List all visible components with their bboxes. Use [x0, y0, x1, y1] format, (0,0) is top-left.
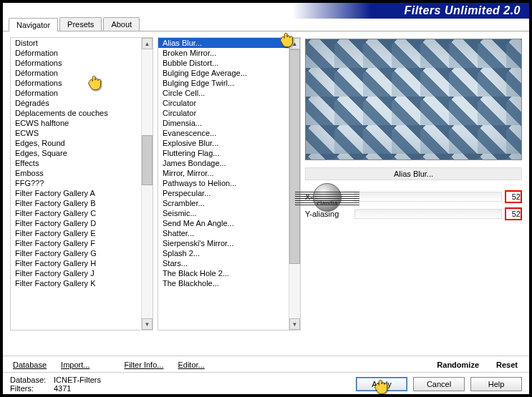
filters-count-label: Filters:	[10, 384, 49, 393]
list-item[interactable]: Filter Factory Gallery B	[11, 198, 141, 208]
list-item[interactable]: Filter Factory Gallery G	[11, 248, 141, 258]
list-item[interactable]: Filter Factory Gallery E	[11, 228, 141, 238]
list-item[interactable]: The Black Hole 2...	[158, 268, 289, 278]
title-bar: Filters Unlimited 2.0	[3, 3, 529, 19]
list-item[interactable]: Send Me An Angle...	[158, 218, 289, 228]
tab-navigator[interactable]: Navigator	[9, 18, 58, 31]
list-item[interactable]: Filter Factory Gallery J	[11, 268, 141, 278]
list-item[interactable]: James Bondage...	[158, 158, 289, 168]
editor-link[interactable]: Editor...	[175, 359, 207, 371]
list-item[interactable]: Circulator	[158, 108, 289, 118]
list-item[interactable]: Bulging Edge Twirl...	[158, 78, 289, 88]
x-aliasing-slider[interactable]	[354, 192, 502, 202]
list-item[interactable]: Filter Factory Gallery C	[11, 208, 141, 218]
list-item[interactable]: Dimensia...	[158, 118, 289, 128]
filter-list[interactable]: Alias Blur...Broken Mirror...Bubble Dist…	[158, 37, 301, 330]
parameter-sliders: X-aliasing 52 Y-aliasing 52	[305, 190, 522, 220]
filters-count-value: 4371	[54, 384, 71, 393]
list-item[interactable]: Distort	[11, 38, 141, 48]
y-aliasing-slider[interactable]	[354, 209, 502, 219]
filter-info-link[interactable]: Filter Info...	[121, 359, 166, 371]
list-item[interactable]: Seismic...	[158, 208, 289, 218]
list-item[interactable]: Broken Mirror...	[158, 48, 289, 58]
list-item[interactable]: Alias Blur...	[158, 38, 289, 48]
list-item[interactable]: Effects	[11, 158, 141, 168]
list-item[interactable]: Filter Factory Gallery D	[11, 218, 141, 228]
list-item[interactable]: Pathways to Helion...	[158, 178, 289, 188]
list-item[interactable]: Filter Factory Gallery H	[11, 258, 141, 268]
effect-preview	[305, 39, 522, 160]
list-item[interactable]: Filter Factory Gallery A	[11, 188, 141, 198]
list-item[interactable]: ECWS	[11, 128, 141, 138]
current-filter-name: Alias Blur...	[305, 167, 522, 180]
list-item[interactable]: Shatter...	[158, 228, 289, 238]
x-aliasing-row: X-aliasing 52	[305, 190, 522, 203]
scroll-down-icon[interactable]: ▼	[289, 318, 300, 330]
app-window: Filters Unlimited 2.0 Navigator Presets …	[3, 3, 529, 394]
scroll-up-icon[interactable]: ▲	[142, 38, 153, 49]
list-item[interactable]: Explosive Blur...	[158, 138, 289, 148]
list-item[interactable]: Scrambler...	[158, 198, 289, 208]
list-item[interactable]: Edges, Square	[11, 148, 141, 158]
list-item[interactable]: Déformation	[11, 48, 141, 58]
list-item[interactable]: The Blackhole...	[158, 278, 289, 288]
y-aliasing-label: Y-aliasing	[305, 210, 352, 218]
list-item[interactable]: Circle Cell...	[158, 88, 289, 98]
filter-scrollbar[interactable]: ▲ ▼	[289, 38, 300, 330]
scroll-down-icon[interactable]: ▼	[142, 318, 153, 330]
list-item[interactable]: Edges, Round	[11, 138, 141, 148]
import-link[interactable]: Import...	[58, 359, 92, 371]
category-list[interactable]: DistortDéformationDéformationsDéformatio…	[10, 37, 153, 330]
list-item[interactable]: FFG???	[11, 178, 141, 188]
list-item[interactable]: Mirror, Mirror...	[158, 168, 289, 178]
y-aliasing-row: Y-aliasing 52	[305, 207, 522, 220]
action-row: Database Import... Filter Info... Editor…	[3, 356, 529, 372]
scroll-up-icon[interactable]: ▲	[289, 38, 300, 49]
list-item[interactable]: Splash 2...	[158, 248, 289, 258]
tab-strip: Navigator Presets About	[3, 17, 529, 31]
x-aliasing-value: 52	[505, 190, 522, 203]
list-item[interactable]: Bubble Distort...	[158, 58, 289, 68]
list-item[interactable]: Déformations	[11, 78, 141, 88]
list-item[interactable]: Déplacements de couches	[11, 108, 141, 118]
category-scrollbar[interactable]: ▲ ▼	[141, 38, 153, 330]
list-item[interactable]: Emboss	[11, 168, 141, 178]
list-item[interactable]: Sierpenski's Mirror...	[158, 238, 289, 248]
list-item[interactable]: Evanescence...	[158, 128, 289, 138]
cancel-button[interactable]: Cancel	[413, 377, 465, 391]
list-item[interactable]: Déformation	[11, 88, 141, 98]
database-link[interactable]: Database	[10, 359, 49, 371]
list-item[interactable]: Dégradés	[11, 98, 141, 108]
list-item[interactable]: Circulator	[158, 98, 289, 108]
y-aliasing-value: 52	[505, 207, 522, 220]
randomize-button[interactable]: Randomize	[432, 359, 483, 371]
list-item[interactable]: Déformations	[11, 58, 141, 68]
list-item[interactable]: Bulging Edge Average...	[158, 68, 289, 78]
preview-panel: Alias Blur... X-aliasing 52 Y-aliasing 5…	[305, 37, 522, 353]
list-item[interactable]: Filter Factory Gallery F	[11, 238, 141, 248]
reset-button[interactable]: Reset	[492, 359, 522, 371]
apply-button[interactable]: Apply	[356, 377, 407, 391]
database-value: ICNET-Filters	[54, 376, 101, 384]
list-item[interactable]: Stars...	[158, 258, 289, 268]
list-item[interactable]: Déformation	[11, 68, 141, 78]
status-bar: Database: ICNET-Filters Filters: 4371 Ap…	[3, 372, 529, 394]
database-label: Database:	[10, 376, 49, 384]
dialog-buttons: Apply Cancel Help	[356, 377, 522, 391]
tab-about[interactable]: About	[103, 17, 140, 31]
list-item[interactable]: Perspecular...	[158, 188, 289, 198]
main-content: DistortDéformationDéformationsDéformatio…	[3, 33, 529, 353]
tab-presets[interactable]: Presets	[59, 17, 102, 31]
list-item[interactable]: Fluttering Flag...	[158, 148, 289, 158]
list-item[interactable]: Filter Factory Gallery K	[11, 278, 141, 288]
help-button[interactable]: Help	[470, 377, 522, 391]
list-item[interactable]: ECWS halftone	[11, 118, 141, 128]
app-title: Filters Unlimited 2.0	[404, 4, 521, 17]
x-aliasing-label: X-aliasing	[305, 192, 352, 201]
